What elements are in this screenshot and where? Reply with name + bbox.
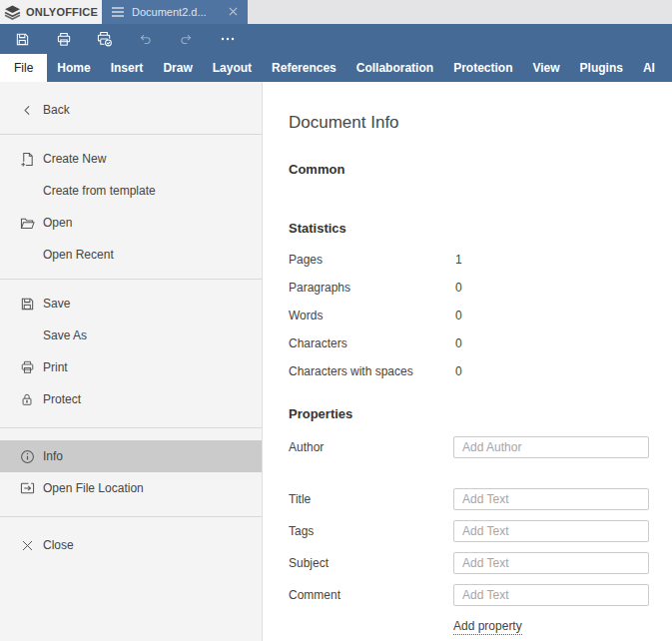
sidebar-item-label: Protect <box>43 392 81 406</box>
print-button[interactable] <box>43 24 84 54</box>
tab-draw[interactable]: Draw <box>153 54 202 82</box>
tags-field[interactable] <box>453 520 649 542</box>
stat-row-characters-with-spaces: Characters with spaces 0 <box>289 365 649 393</box>
lock-icon <box>19 391 35 407</box>
sidebar-item-close[interactable]: Close <box>0 529 262 561</box>
folder-arrow-icon <box>19 480 35 496</box>
redo-icon <box>179 32 194 46</box>
sidebar-item-save[interactable]: Save <box>0 288 262 320</box>
sidebar-item-label: Open <box>43 216 72 230</box>
property-label: Author <box>289 441 453 454</box>
sidebar-item-open[interactable]: Open <box>0 207 262 239</box>
tab-view[interactable]: View <box>522 54 569 82</box>
app-logo: ONLYOFFICE <box>0 0 102 24</box>
sidebar-item-label: Create from template <box>43 184 156 198</box>
sidebar-item-info[interactable]: Info <box>0 440 262 472</box>
window-tab-strip: ONLYOFFICE Document2.d... <box>0 0 672 24</box>
info-circle-icon <box>19 448 35 464</box>
property-row-subject: Subject <box>289 552 649 574</box>
onlyoffice-logo-icon <box>4 5 21 20</box>
page-title: Document Info <box>289 113 649 132</box>
file-menu-sidebar: Back Create New Create from template <box>0 82 263 641</box>
sidebar-item-protect[interactable]: Protect <box>0 383 262 415</box>
author-field[interactable] <box>453 436 649 458</box>
undo-icon <box>138 32 153 46</box>
statistics-table: Pages 1 Paragraphs 0 Words 0 Characters … <box>289 254 649 393</box>
property-row-author: Author <box>289 436 649 458</box>
close-x-icon <box>19 537 35 553</box>
no-icon <box>19 183 35 199</box>
sidebar-item-label: Print <box>43 360 68 374</box>
common-section-heading: Common <box>289 162 649 177</box>
tab-plugins[interactable]: Plugins <box>570 54 633 82</box>
sidebar-item-open-file-location[interactable]: Open File Location <box>0 472 262 504</box>
sidebar-item-label: Save <box>43 297 70 311</box>
save-button[interactable] <box>2 24 43 54</box>
sidebar-item-label: Open File Location <box>43 481 144 495</box>
sidebar-item-create-from-template[interactable]: Create from template <box>0 175 262 207</box>
property-row-tags: Tags <box>289 520 649 542</box>
sidebar-item-open-recent[interactable]: Open Recent <box>0 239 262 271</box>
document-info-panel: Document Info Common Statistics Pages 1 … <box>263 82 672 641</box>
divider <box>0 134 262 135</box>
property-row-title: Title <box>289 488 649 510</box>
stat-label: Pages <box>289 254 455 267</box>
stat-label: Characters with spaces <box>289 365 455 378</box>
sidebar-item-save-as[interactable]: Save As <box>0 320 262 351</box>
brand-name: ONLYOFFICE <box>26 6 98 18</box>
undo-button[interactable] <box>125 24 166 54</box>
sidebar-item-label: Create New <box>43 152 106 166</box>
property-label: Tags <box>289 525 453 538</box>
title-field[interactable] <box>453 488 649 510</box>
floppy-icon <box>19 296 35 312</box>
tab-ai[interactable]: AI <box>633 54 665 82</box>
sidebar-item-label: Open Recent <box>43 248 114 262</box>
add-property-link[interactable]: Add property <box>453 619 522 635</box>
sidebar-item-print[interactable]: Print <box>0 351 262 383</box>
no-icon <box>19 247 35 263</box>
hamburger-menu-icon[interactable] <box>112 7 124 17</box>
divider <box>0 516 262 517</box>
property-label: Subject <box>289 557 453 570</box>
quick-print-button[interactable] <box>84 24 125 54</box>
ribbon-tab-bar: File Home Insert Draw Layout References … <box>0 54 672 82</box>
stat-label: Paragraphs <box>289 282 455 295</box>
property-row-comment: Comment <box>289 584 649 606</box>
comment-field[interactable] <box>453 584 649 606</box>
new-document-icon <box>19 151 35 167</box>
divider <box>0 427 262 428</box>
tab-protection[interactable]: Protection <box>443 54 522 82</box>
quick-print-icon <box>96 31 113 47</box>
document-tab-close-icon[interactable] <box>229 6 238 18</box>
tab-layout[interactable]: Layout <box>203 54 262 82</box>
save-icon <box>15 32 30 47</box>
sidebar-item-back[interactable]: Back <box>0 94 262 126</box>
file-menu-content: Back Create New Create from template <box>0 82 672 641</box>
sidebar-item-label: Save As <box>43 328 87 342</box>
ellipsis-icon <box>221 37 235 41</box>
document-tab[interactable]: Document2.d... <box>102 0 248 24</box>
tab-home[interactable]: Home <box>47 54 100 82</box>
properties-section-heading: Properties <box>289 406 649 421</box>
tab-references[interactable]: References <box>262 54 346 82</box>
property-label: Comment <box>289 589 453 602</box>
subject-field[interactable] <box>453 552 649 574</box>
quick-access-toolbar <box>0 24 672 54</box>
stat-row-paragraphs: Paragraphs 0 <box>289 282 649 310</box>
stat-row-pages: Pages 1 <box>289 254 649 282</box>
sidebar-item-label: Info <box>43 449 63 463</box>
stat-label: Words <box>289 310 455 322</box>
tab-insert[interactable]: Insert <box>101 54 154 82</box>
document-tab-title: Document2.d... <box>132 6 221 18</box>
property-label: Title <box>289 493 453 506</box>
stat-row-words: Words 0 <box>289 310 649 337</box>
sidebar-item-label: Close <box>43 538 74 552</box>
redo-button[interactable] <box>166 24 207 54</box>
sidebar-item-create-new[interactable]: Create New <box>0 143 262 175</box>
tab-collaboration[interactable]: Collaboration <box>346 54 443 82</box>
stat-value: 0 <box>455 310 462 322</box>
stat-label: Characters <box>289 337 455 350</box>
stat-row-characters: Characters 0 <box>289 337 649 365</box>
more-toolbar-button[interactable] <box>207 24 248 54</box>
tab-file[interactable]: File <box>0 54 47 82</box>
